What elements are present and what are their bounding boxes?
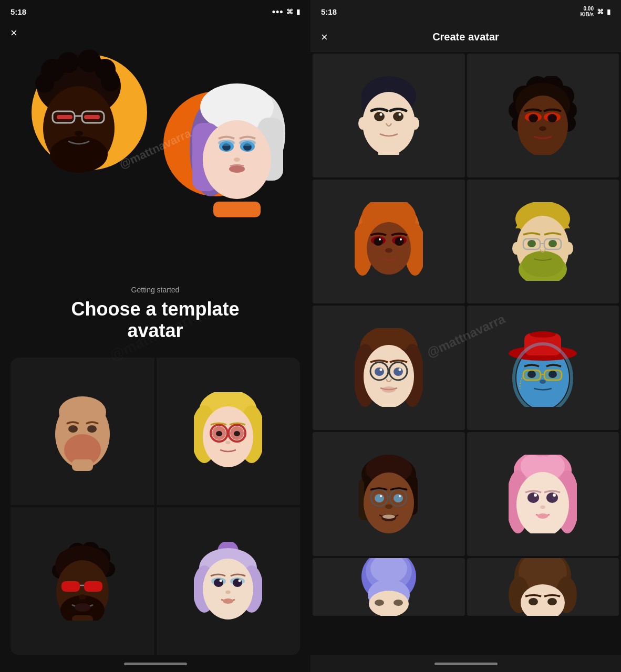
curly-makeup-svg [509,76,577,155]
wifi-icon-left: ⌘ [286,8,293,16]
svg-point-146 [527,371,536,378]
right-header: × Create avatar [310,23,621,51]
svg-point-166 [382,514,395,519]
svg-point-27 [234,158,240,162]
svg-point-99 [529,114,538,122]
right-panel: 5:18 0.00KiB/s ⌘ ▮ × Create avatar [310,0,621,672]
dark-avatar-svg [21,49,137,191]
svg-point-60 [79,594,86,600]
svg-point-39 [203,406,253,467]
avatar-cell-curly-makeup[interactable] [467,54,619,177]
twists-girl-svg [355,455,423,533]
brown-partial-svg [509,558,577,616]
svg-point-84 [358,117,367,130]
status-icons-right: 0.00KiB/s ⌘ ▮ [580,6,610,17]
avatar-cell-brown-partial[interactable] [467,558,619,616]
home-indicator-left [124,663,187,665]
svg-point-25 [218,140,235,146]
svg-point-83 [398,113,401,116]
status-bar-left: 5:18 ●●● ⌘ ▮ [0,0,310,23]
svg-rect-57 [61,581,80,592]
svg-rect-58 [84,581,102,592]
svg-point-136 [382,386,396,393]
svg-point-163 [399,495,401,497]
text-section: Getting started Choose a template avatar [50,275,260,358]
svg-point-80 [374,112,385,121]
hijab-svg [355,202,423,281]
svg-point-176 [534,494,537,497]
close-button-left[interactable]: × [11,26,17,40]
svg-point-85 [411,117,419,130]
svg-point-121 [527,240,536,247]
svg-point-112 [400,238,402,240]
svg-point-75 [225,591,231,594]
svg-point-113 [385,248,392,253]
avatar-cell-cowboy[interactable] [467,306,619,429]
svg-point-31 [59,396,106,428]
blonde-avatar-svg [194,392,262,471]
svg-point-109 [374,237,383,246]
svg-rect-86 [378,149,399,155]
svg-point-14 [75,131,83,136]
svg-point-45 [216,431,222,436]
template-cell-blonde[interactable] [157,358,301,506]
svg-point-179 [537,513,548,519]
avatar-cell-hijab[interactable] [313,180,465,303]
left-panel: 5:18 ●●● ⌘ ▮ × [0,0,310,672]
svg-point-71 [214,579,223,587]
svg-point-141 [530,331,556,338]
avatar-cell-dark-hair-boy[interactable] [313,54,465,177]
avatar-cell-blonde-beard[interactable] [467,180,619,303]
battery-icon-left: ▮ [296,8,300,16]
svg-point-96 [518,96,568,155]
wifi-icon-right: ⌘ [597,8,604,16]
svg-rect-62 [72,615,93,621]
avatar-cell-round-glasses[interactable] [313,306,465,429]
svg-point-174 [527,492,539,503]
template-cell-bald[interactable] [11,358,154,506]
avatar-cell-twists-girl[interactable] [313,432,465,556]
svg-point-73 [220,580,222,582]
bald-avatar-svg [48,392,117,471]
pink-hair-svg [509,455,577,533]
svg-point-123 [512,242,521,255]
svg-point-110 [395,237,404,246]
svg-point-32 [68,425,78,433]
blue-partial-svg [355,558,423,616]
hero-avatar-light [179,65,295,217]
svg-point-46 [234,431,240,436]
svg-point-8 [50,136,108,173]
purple-bun-avatar-svg [194,542,262,621]
template-cell-purple-bun[interactable] [157,507,301,655]
hero-avatar-dark [16,34,142,191]
svg-point-124 [565,242,573,255]
avatar-cell-blue-partial[interactable] [313,558,465,616]
blonde-beard-svg [509,202,577,281]
time-right: 5:18 [321,7,337,16]
svg-point-177 [553,494,556,497]
svg-point-26 [239,140,256,146]
template-cell-dark-curly[interactable] [11,507,154,655]
close-button-right[interactable]: × [321,30,328,44]
battery-icon-right: ▮ [607,8,610,16]
svg-point-156 [364,472,414,533]
template-grid-left [11,358,300,655]
getting-started-label: Getting started [71,286,239,294]
svg-point-164 [385,504,392,509]
svg-point-6 [101,72,120,91]
svg-point-82 [379,113,382,116]
svg-point-162 [380,495,382,497]
svg-point-68 [203,559,253,620]
svg-rect-35 [72,459,93,471]
svg-rect-29 [213,202,261,217]
status-icons-left: ●●● ⌘ ▮ [272,8,300,16]
svg-point-122 [548,240,557,247]
avatar-cell-pink-hair[interactable] [467,432,619,556]
svg-point-5 [35,74,54,93]
create-avatar-title: Create avatar [432,31,499,43]
svg-point-160 [375,494,384,502]
dark-hair-boy-svg [355,76,423,155]
svg-point-79 [363,92,415,155]
svg-point-185 [375,600,384,606]
svg-point-100 [547,114,557,122]
